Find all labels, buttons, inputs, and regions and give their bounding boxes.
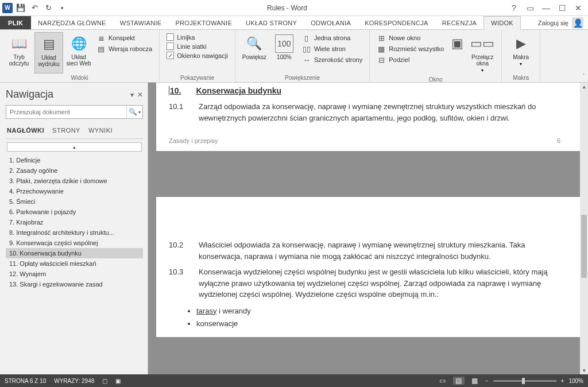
read-mode-view-icon[interactable]: ▭ bbox=[437, 377, 448, 385]
tab-layout[interactable]: UKŁAD STRONY bbox=[239, 16, 304, 29]
nav-heading-item[interactable]: 12. Wynajem bbox=[6, 269, 143, 279]
tab-references[interactable]: ODWOŁANIA bbox=[304, 16, 358, 29]
vertical-scrollbar[interactable]: ▴ ▾ bbox=[580, 83, 588, 374]
nav-heading-item[interactable]: 8. Integralność architektury i struktu..… bbox=[6, 227, 143, 238]
web-layout-view-icon[interactable]: ▦ bbox=[469, 377, 481, 385]
navpane-search[interactable]: 🔍▾ bbox=[6, 105, 143, 119]
user-avatar-icon[interactable]: 👤 bbox=[572, 17, 583, 29]
nav-heading-item[interactable]: 4. Przechowywanie bbox=[6, 186, 143, 196]
tab-design[interactable]: PROJEKTOWANIE bbox=[168, 16, 239, 29]
nav-heading-item[interactable]: 11. Opłaty właścicieli mieszkań bbox=[6, 258, 143, 269]
heading-text: Konserwacja budynku bbox=[196, 86, 281, 95]
print-layout-button[interactable]: ▤ Układ wydruku bbox=[34, 32, 63, 73]
ribbon-display-icon[interactable]: ▭ bbox=[524, 2, 536, 14]
chevron-down-icon: ▾ bbox=[481, 68, 483, 73]
switch-window-icon: ▭▭ bbox=[473, 34, 492, 53]
navtab-results[interactable]: WYNIKI bbox=[88, 127, 113, 134]
nav-heading-item[interactable]: 6. Parkowanie i pojazdy bbox=[6, 207, 143, 217]
tab-view[interactable]: WIDOK bbox=[483, 16, 521, 30]
status-page[interactable]: STRONA 6 Z 10 bbox=[5, 378, 46, 384]
nav-heading-item[interactable]: 9. Konserwacja części wspólnej bbox=[6, 238, 143, 248]
tab-home[interactable]: NARZĘDZIA GŁÓWNE bbox=[31, 16, 113, 29]
ribbon-group-show: Linijka Linie siatki ✓Okienko nawigacji … bbox=[160, 30, 235, 82]
heading-number: 10. bbox=[169, 86, 181, 95]
scroll-up-icon[interactable]: ▴ bbox=[580, 83, 588, 91]
zoom-level[interactable]: 100% bbox=[568, 378, 583, 384]
ribbon-group-window: ⊞Nowe okno ▦Rozmieść wszystko ⊟Podziel ▣… bbox=[370, 30, 502, 82]
search-input[interactable] bbox=[6, 106, 126, 118]
nav-heading-item[interactable]: 5. Śmieci bbox=[6, 196, 143, 207]
navpane-checkbox[interactable]: ✓Okienko nawigacji bbox=[167, 52, 228, 59]
zoom-thumb[interactable] bbox=[522, 378, 525, 384]
close-icon[interactable]: ✕ bbox=[572, 2, 585, 14]
help-icon[interactable]: ? bbox=[508, 2, 520, 14]
navpane-close-icon[interactable]: ✕ bbox=[137, 91, 143, 99]
web-layout-button[interactable]: 🌐 Układ sieci Web bbox=[64, 32, 93, 73]
collapse-ribbon-icon[interactable]: ˆ bbox=[583, 73, 585, 80]
gridlines-checkbox[interactable]: Linie siatki bbox=[167, 42, 228, 50]
navtab-headings[interactable]: NAGŁÓWKI bbox=[7, 127, 44, 134]
main-area: Nawigacja ▾ ✕ 🔍▾ NAGŁÓWKI STRONY WYNIKI … bbox=[0, 83, 588, 374]
navtab-pages[interactable]: STRONY bbox=[52, 127, 80, 134]
navpane-menu-icon[interactable]: ▾ bbox=[130, 91, 134, 99]
zoom-out-icon[interactable]: − bbox=[485, 378, 489, 384]
tab-mailings[interactable]: KORESPONDENCJA bbox=[358, 16, 435, 29]
ruler-checkbox[interactable]: Linijka bbox=[167, 33, 228, 41]
nav-headings-list: 1. Definicje2. Zasady ogólne3. Ptaki, zw… bbox=[6, 155, 143, 371]
outline-button[interactable]: ≣Konspekt bbox=[96, 33, 152, 42]
page-width-button[interactable]: ↔Szerokość strony bbox=[302, 55, 362, 64]
arrange-icon: ▦ bbox=[377, 44, 386, 53]
navpane-tabs: NAGŁÓWKI STRONY WYNIKI bbox=[6, 125, 143, 139]
chevron-down-icon: ▾ bbox=[520, 61, 522, 67]
nav-heading-item[interactable]: 2. Zasady ogólne bbox=[6, 165, 143, 176]
nav-heading-item[interactable]: 10. Konserwacja budynku bbox=[6, 248, 143, 258]
macros-button[interactable]: ▶ Makra ▾ bbox=[506, 32, 535, 73]
title-bar: W 💾 ↶ ↻ ▾ Rules - Word ? ▭ — ☐ ✕ bbox=[0, 0, 588, 16]
redo-icon[interactable]: ↻ bbox=[42, 2, 54, 14]
outline-icon: ≣ bbox=[96, 33, 106, 42]
one-page-button[interactable]: ▯Jedna strona bbox=[302, 33, 362, 42]
split-button[interactable]: ⊟Podziel bbox=[377, 55, 444, 64]
nav-heading-item[interactable]: 13. Skargi i egzekwowanie zasad bbox=[6, 279, 143, 289]
document-area[interactable]: 10. Konserwacja budynku 10.1 Zarząd odpo… bbox=[148, 83, 588, 374]
minimize-icon[interactable]: — bbox=[540, 2, 552, 14]
proofing-icon[interactable]: ▢ bbox=[102, 378, 107, 384]
window-more-button[interactable]: ▣ bbox=[447, 32, 467, 75]
scroll-down-icon[interactable]: ▾ bbox=[580, 366, 588, 374]
new-window-button[interactable]: ⊞Nowe okno bbox=[377, 33, 444, 42]
zoom-in-icon[interactable]: + bbox=[561, 378, 564, 384]
login-link[interactable]: Zaloguj się bbox=[538, 20, 568, 26]
zoom-button[interactable]: 🔍 Powiększ bbox=[240, 32, 269, 73]
macro-record-icon[interactable]: ▣ bbox=[115, 378, 121, 384]
qat-dropdown-icon[interactable]: ▾ bbox=[56, 2, 68, 14]
switch-windows-button[interactable]: ▭▭ Przełącz okna ▾ bbox=[468, 32, 497, 75]
page-icon: ▤ bbox=[40, 35, 58, 53]
ribbon-group-label: Pokazywanie bbox=[164, 73, 230, 81]
print-layout-view-icon[interactable]: ▤ bbox=[453, 377, 465, 385]
arrange-all-button[interactable]: ▦Rozmieść wszystko bbox=[377, 44, 444, 53]
ribbon-group-views: 📖 Tryb odczytu ▤ Układ wydruku 🌐 Układ s… bbox=[0, 30, 160, 82]
tab-insert[interactable]: WSTAWIANIE bbox=[113, 16, 169, 29]
zoom-slider[interactable] bbox=[493, 380, 556, 382]
scroll-thumb[interactable] bbox=[581, 215, 587, 278]
save-icon[interactable]: 💾 bbox=[15, 2, 26, 14]
zoom-100-button[interactable]: 100 100% bbox=[270, 32, 299, 73]
navpane-collapse-all[interactable]: ▴ bbox=[7, 142, 142, 152]
maximize-icon[interactable]: ☐ bbox=[556, 2, 568, 14]
status-words[interactable]: WYRAZY: 2948 bbox=[54, 378, 94, 384]
nav-heading-item[interactable]: 1. Definicje bbox=[6, 155, 143, 165]
tab-review[interactable]: RECENZJA bbox=[435, 16, 483, 29]
read-mode-button[interactable]: 📖 Tryb odczytu bbox=[5, 32, 33, 73]
page-content: 10. Konserwacja budynku 10.1 Zarząd odpo… bbox=[156, 83, 580, 151]
nav-heading-item[interactable]: 7. Krajobraz bbox=[6, 217, 143, 227]
checkbox-checked-icon: ✓ bbox=[167, 52, 174, 59]
undo-icon[interactable]: ↶ bbox=[29, 2, 40, 14]
search-icon[interactable]: 🔍▾ bbox=[126, 106, 142, 118]
nav-heading-item[interactable]: 3. Ptaki, zwierzęta dzikie i domowe bbox=[6, 176, 143, 186]
multi-page-button[interactable]: ▯▯Wiele stron bbox=[302, 44, 362, 53]
para-text: Konserwacja wydzielonej części wspólnej … bbox=[199, 266, 560, 300]
list-item: tarasy i werandy bbox=[196, 305, 560, 318]
ribbon-group-macros: ▶ Makra ▾ Makra bbox=[502, 30, 540, 82]
draft-button[interactable]: ▤Wersja robocza bbox=[96, 44, 152, 53]
tab-file[interactable]: PLIK bbox=[0, 16, 31, 29]
